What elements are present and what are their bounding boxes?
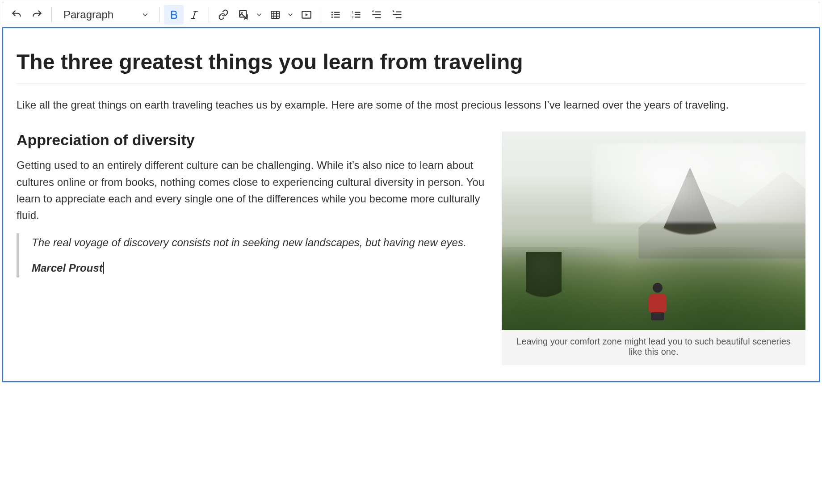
blockquote-author[interactable]: Marcel Proust <box>32 260 104 276</box>
chevron-down-icon <box>141 11 149 19</box>
heading-dropdown-label: Paragraph <box>63 8 113 21</box>
image-figure[interactable]: Leaving your comfort zone might lead you… <box>502 131 805 365</box>
toolbar-separator <box>159 7 159 22</box>
svg-point-12 <box>331 11 333 13</box>
svg-point-14 <box>331 16 333 17</box>
indent-icon <box>391 9 403 21</box>
two-column-layout: Appreciation of diversity Getting used t… <box>17 131 805 365</box>
blockquote[interactable]: The real voyage of discovery consists no… <box>17 233 489 277</box>
column-right: Leaving your comfort zone might lead you… <box>502 131 805 365</box>
italic-button[interactable] <box>185 5 204 25</box>
numbered-list-icon: 12 <box>350 9 362 21</box>
section-heading[interactable]: Appreciation of diversity <box>17 131 489 149</box>
table-button[interactable] <box>265 5 285 25</box>
toolbar-separator <box>321 7 321 22</box>
bulleted-list-icon <box>330 9 341 21</box>
svg-marker-11 <box>306 13 308 16</box>
redo-button[interactable] <box>27 5 47 25</box>
text-cursor <box>103 262 104 274</box>
page-title[interactable]: The three greatest things you learn from… <box>17 49 805 84</box>
svg-text:1: 1 <box>352 10 353 14</box>
outdent-button[interactable] <box>367 5 386 25</box>
person-silhouette <box>647 283 668 319</box>
undo-icon <box>11 9 22 21</box>
editor-frame: Paragraph <box>2 2 820 382</box>
media-embed-button[interactable] <box>297 5 316 25</box>
heading-dropdown[interactable]: Paragraph <box>56 5 155 25</box>
bold-button[interactable] <box>164 5 184 25</box>
svg-rect-3 <box>239 10 246 17</box>
toolbar: Paragraph <box>2 2 820 27</box>
image-button-options[interactable] <box>254 5 264 25</box>
toolbar-separator <box>209 7 209 22</box>
numbered-list-button[interactable]: 12 <box>346 5 366 25</box>
editor-content[interactable]: The three greatest things you learn from… <box>2 27 820 382</box>
undo-button[interactable] <box>7 5 26 25</box>
italic-icon <box>189 9 200 20</box>
image-placeholder[interactable] <box>502 131 805 330</box>
bold-icon <box>168 9 179 20</box>
chevron-down-icon <box>256 11 263 18</box>
blockquote-text[interactable]: The real voyage of discovery consists no… <box>32 234 489 251</box>
table-button-options[interactable] <box>285 5 296 25</box>
svg-rect-5 <box>271 11 279 18</box>
redo-icon <box>31 9 43 21</box>
outdent-icon <box>371 9 382 21</box>
bulleted-list-button[interactable] <box>326 5 345 25</box>
toolbar-separator <box>51 7 52 22</box>
indent-button[interactable] <box>387 5 407 25</box>
svg-marker-26 <box>372 10 373 12</box>
link-button[interactable] <box>214 5 233 25</box>
image-upload-icon <box>238 9 250 21</box>
chevron-down-icon <box>287 11 294 18</box>
link-icon <box>218 9 229 20</box>
svg-line-1 <box>193 11 196 18</box>
media-icon <box>301 9 312 21</box>
section-paragraph[interactable]: Getting used to an entirely different cu… <box>17 157 489 223</box>
column-left: Appreciation of diversity Getting used t… <box>17 131 489 277</box>
svg-point-13 <box>331 14 333 15</box>
svg-marker-30 <box>393 10 394 12</box>
image-button[interactable] <box>234 5 254 25</box>
svg-text:2: 2 <box>352 15 353 19</box>
lead-paragraph[interactable]: Like all the great things on earth trave… <box>17 97 805 113</box>
image-caption[interactable]: Leaving your comfort zone might lead you… <box>502 330 805 365</box>
table-icon <box>270 9 281 20</box>
